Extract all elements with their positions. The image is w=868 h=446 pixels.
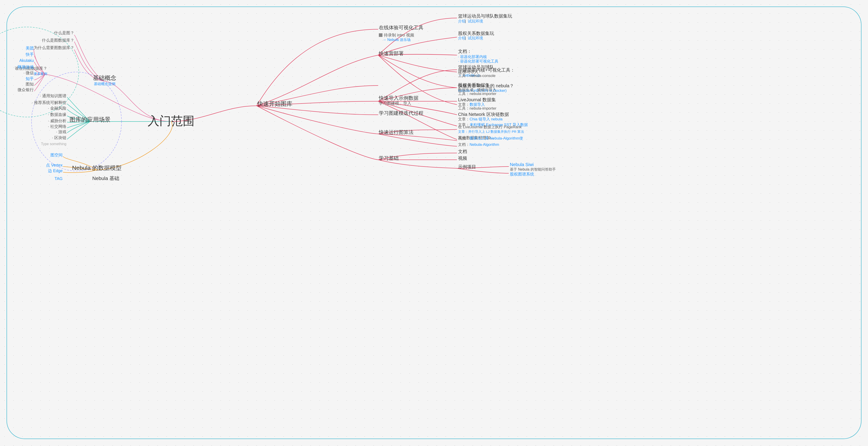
livejournal: LiveJournal 数据集 (458, 97, 496, 102)
pagerank-wenzhang[interactable]: 文章：并行导入上 LJ 数据集并执行 PR 算法 (458, 130, 524, 133)
lq-jieshao[interactable]: 介绍 (458, 19, 466, 23)
jichu-gainian: 基础概念 (93, 74, 116, 81)
suanfa-doc: 文档：Nebula-Algorithm (458, 142, 499, 147)
edge-label[interactable]: 边 Edge (48, 168, 63, 173)
tukong-jian[interactable]: 图空间 (51, 153, 63, 157)
company-meituan[interactable]: 美团 (26, 46, 34, 51)
wenag-title: 文档： (458, 49, 472, 54)
intro-video-label: 待录制 intro 视频 (384, 33, 414, 37)
main-title: 入门范围 (148, 114, 194, 127)
kuaisu-daoru: 快速导入示例数据 (379, 95, 418, 101)
rong2[interactable]: · 容器化部署可视化工具 (458, 59, 498, 63)
chia-network: Chia Network 区块链数据 (458, 112, 509, 117)
company-akulaku[interactable]: Akulaku (19, 58, 34, 63)
chia-wenzhang: 文章：Chia 链导入 nebula (458, 117, 503, 121)
company-wangyou[interactable]: 网易游戏 (18, 65, 34, 69)
kuaisu-suanfa: 快速运行图算法 (379, 129, 413, 135)
tag-label[interactable]: TAG (55, 177, 63, 181)
app-tuijian: · 推荐系统可解释性 (32, 100, 66, 105)
video-base: 视频 (458, 156, 467, 161)
shenme-tushuju: 什么是图数据库？ (42, 38, 74, 42)
company-zhongzhong: 微众银行 (18, 88, 34, 92)
online-visual: 在线体验可视化工具 (379, 25, 424, 30)
app-zhishi: · 通用知识图谱 (40, 94, 66, 98)
nebula-shujumoxing: Nebula 的数据模型 (72, 164, 122, 171)
gongjv-importer2: 工具：nebula-importer (458, 106, 496, 110)
kuaisu-bushu: 快速营部署 (379, 51, 404, 56)
svg-text:|: | (465, 36, 466, 40)
xuxi-jianmo: 学习图建模迭代过程 (379, 110, 424, 116)
lq-huanjing[interactable]: 试玩环境 (468, 19, 483, 23)
guquan-shuju2: 股权关系数据集玩 (458, 31, 494, 36)
shili-xiangmu: 示例项目 (458, 164, 476, 169)
app-youxi: · 游戏 (56, 130, 66, 134)
weishenme: 为什么需要图数据库？ (34, 45, 74, 50)
app-jinrong: · 金融风险 (48, 106, 66, 110)
mind-map-canvas: 入门范围 基础概念 基础概念提纲 什么是图？ 什么是图数据库？ 为什么需要图数据… (0, 0, 868, 446)
svg-rect-5 (379, 33, 382, 37)
wenang-base: 文档 (458, 149, 467, 154)
company-kuaishou[interactable]: 快手 (25, 52, 34, 57)
svg-text:|: | (465, 19, 466, 23)
suanfa-video: 视频：图算法工具 Nebula-Algorithm使 (458, 136, 523, 140)
guquan-wangluo[interactable]: 股权图谱系统 (510, 172, 534, 177)
app-shuju: · 数据血缘 (48, 112, 66, 117)
app-shejiao: · 社交网络 (48, 124, 66, 129)
mind-map-svg: 入门范围 基础概念 基础概念提纲 什么是图？ 什么是图数据库？ 为什么需要图数据… (0, 0, 868, 446)
svg-rect-1 (0, 0, 868, 446)
kuaisu-kaishi: 快速开始图库 (257, 100, 292, 107)
nebula-siwi[interactable]: Nebula Siwi (510, 162, 534, 167)
gongjv-console: 工具：nebula-console (458, 73, 495, 78)
type-something[interactable]: Type something (41, 142, 66, 146)
lq-jianzhu: 篮球运动员与球队 (458, 65, 494, 69)
jizhi-wenda: 基于 Nebula 的智能问答助手 (510, 167, 556, 171)
guquan-daoru: 股权关系数据集 (458, 83, 490, 88)
rong1[interactable]: · 容器化部署内核 (458, 55, 487, 59)
xuxi-jianmo2: 学习图建模、导入 (379, 101, 411, 105)
company-wechat: · 微信 (23, 71, 34, 75)
app-qukuailian: · 区块链 (52, 135, 66, 140)
lq-shuju: 篮球运动员与球队数据集玩 (458, 13, 512, 19)
nebula-jichu: Nebula 基础 (92, 176, 119, 181)
jianzhu-jianmo: 建模与导入 (458, 69, 478, 74)
shenme-tu: 什么是图？ (54, 31, 74, 35)
company-zhihu[interactable]: 知乎 (26, 76, 34, 81)
gongjv-importer: 工具：nebula-importer (458, 92, 496, 96)
guquan-huanjing[interactable]: 试玩环境 (468, 36, 483, 40)
nebula-youle[interactable]: → Nebula 游乐场 (383, 38, 411, 42)
vertex-label[interactable]: 点 Vertex (46, 163, 63, 167)
app-weixie: · 威胁分析 (48, 119, 66, 123)
tuku-yingyong: 图库的应用场景 (69, 116, 111, 123)
pagerank-title: 在 LiveJournal 数据上执行 PageRank (458, 125, 522, 129)
xuxi-jichu: 学习基础 (379, 155, 399, 161)
company-tuzhi: 图知 (26, 82, 34, 87)
guquan-jieshao[interactable]: 介绍 (458, 36, 466, 40)
jichu-link[interactable]: 基础概念提纲 (94, 82, 116, 86)
